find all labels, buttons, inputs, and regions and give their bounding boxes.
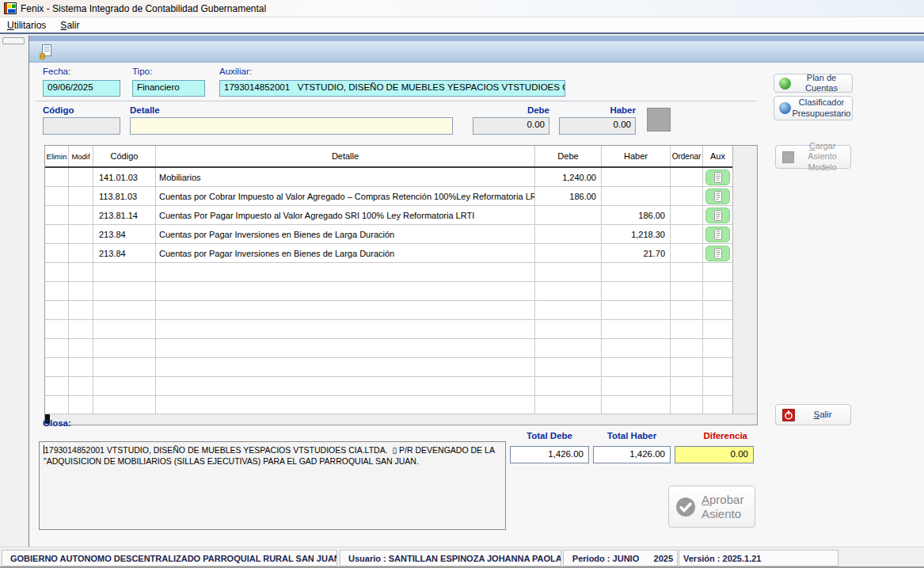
codigo-input[interactable] <box>43 117 120 135</box>
cell-codigo <box>93 301 156 319</box>
glosa-label: Glosa: <box>43 418 71 428</box>
cell-elimin <box>45 225 69 243</box>
aux-button[interactable] <box>705 170 730 185</box>
cell-elimin <box>45 187 69 205</box>
horizontal-scrollbar[interactable] <box>45 414 757 425</box>
empty-row[interactable] <box>45 358 757 377</box>
cell-ordenar <box>671 301 703 319</box>
cell-haber <box>602 339 671 357</box>
vertical-scrollbar[interactable] <box>732 146 757 414</box>
fecha-field[interactable]: 09/06/2025 <box>43 80 120 97</box>
empty-row[interactable] <box>45 301 757 320</box>
cell-elimin <box>45 206 69 224</box>
clasificador-presupuestario-button[interactable]: ClasificadorPresupuestario <box>774 96 853 120</box>
cell-aux <box>703 301 733 319</box>
cell-codigo: 141.01.03 <box>93 168 156 186</box>
panel-handle[interactable] <box>2 37 25 44</box>
aux-button[interactable] <box>705 246 730 261</box>
cell-debe: 186.00 <box>535 187 602 205</box>
glosa-textarea[interactable]: 1793014852001 VTSTUDIO, DISEÑO DE MUEBLE… <box>39 441 506 530</box>
calendar-icon: 31 <box>568 552 568 564</box>
cell-detalle <box>156 377 535 395</box>
cell-modif <box>69 244 93 262</box>
aux-button[interactable] <box>705 208 730 223</box>
aprobar-asiento-button[interactable]: AprobarAsiento <box>668 486 755 528</box>
aux-button[interactable] <box>705 189 730 204</box>
status-usuario: Usuario : SANTILLAN ESPINOZA JOHANNA PAO… <box>340 550 561 566</box>
col-header-haber[interactable]: Haber <box>602 146 671 166</box>
cell-codigo <box>93 358 156 376</box>
col-header-codigo[interactable]: Código <box>93 146 156 166</box>
table-row[interactable]: 213.81.14Cuentas Por Pagar Impuesto al V… <box>45 206 757 225</box>
cell-ordenar <box>671 225 703 243</box>
aux-button[interactable] <box>705 227 730 242</box>
col-header-ordenar[interactable]: Ordenar <box>671 146 703 166</box>
tipo-field[interactable]: Financiero <box>132 80 205 97</box>
cargar-asiento-modelo-button[interactable]: Cargar AsientoModelo <box>775 145 851 169</box>
cell-aux <box>703 320 733 338</box>
table-row[interactable]: 113.81.03Cuentas por Cobrar Impuesto al … <box>45 187 757 206</box>
cell-aux <box>703 282 733 300</box>
haber-input[interactable]: 0.00 <box>559 117 636 135</box>
cell-detalle <box>156 282 535 300</box>
empty-row[interactable] <box>45 320 757 339</box>
cell-debe <box>535 339 602 357</box>
cell-ordenar <box>671 320 703 338</box>
form-toolbar <box>29 41 924 63</box>
cell-detalle: Cuentas Por Pagar Impuesto al Valor Agre… <box>156 206 535 224</box>
col-header-debe[interactable]: Debe <box>535 146 602 166</box>
cell-modif <box>69 263 93 281</box>
cell-haber <box>602 187 671 205</box>
menu-utilitarios[interactable]: Utilitarios <box>0 18 53 32</box>
app-icon <box>4 2 17 15</box>
cell-modif <box>69 320 93 338</box>
cell-aux <box>703 396 733 414</box>
diferencia-label: Diferencia <box>675 431 754 440</box>
debe-input[interactable]: 0.00 <box>473 117 549 135</box>
table-row[interactable]: 213.84Cuentas por Pagar Inversiones en B… <box>45 225 757 244</box>
cell-detalle <box>156 301 535 319</box>
cell-codigo <box>93 396 156 414</box>
salir-button[interactable]: Salir <box>775 404 851 425</box>
new-entry-button[interactable] <box>37 43 55 60</box>
table-row[interactable]: 141.01.03Mobiliarios1,240.00 <box>45 168 757 187</box>
table-row[interactable]: 213.84Cuentas por Pagar Inversiones en B… <box>45 244 757 263</box>
add-line-button[interactable] <box>647 108 671 132</box>
cell-detalle <box>156 320 535 338</box>
cell-haber <box>602 396 671 414</box>
empty-row[interactable] <box>45 263 757 282</box>
empty-row[interactable] <box>45 282 757 301</box>
cell-codigo <box>93 377 156 395</box>
cell-elimin <box>45 358 69 376</box>
auxiliar-field[interactable]: 1793014852001 VTSTUDIO, DISEÑO DE MUEBLE… <box>219 80 565 97</box>
total-haber-label: Total Haber <box>593 431 671 440</box>
cell-codigo <box>93 282 156 300</box>
cell-elimin <box>45 377 69 395</box>
empty-row[interactable] <box>45 339 757 358</box>
cell-haber <box>602 168 671 186</box>
cell-haber <box>602 282 671 300</box>
cell-modif <box>69 168 93 186</box>
cell-debe <box>535 263 602 281</box>
empty-row[interactable] <box>45 377 757 396</box>
detalle-input[interactable] <box>130 117 453 135</box>
green-sphere-icon <box>779 78 791 90</box>
menu-salir[interactable]: Salir <box>53 18 86 32</box>
title-bar: Fenix - Sistema Integrado de Contabilida… <box>0 0 924 17</box>
accounting-entry-form: Fecha: 09/06/2025 Tipo: Financiero Auxil… <box>29 36 924 547</box>
col-header-elimin[interactable]: Elimin <box>45 146 69 166</box>
col-header-aux[interactable]: Aux <box>703 146 733 166</box>
empty-row[interactable] <box>45 396 757 415</box>
cell-aux <box>703 377 733 395</box>
cell-modif <box>69 187 93 205</box>
cell-haber <box>602 358 671 376</box>
plan-de-cuentas-button[interactable]: Plan de Cuentas <box>774 74 853 93</box>
col-header-detalle[interactable]: Detalle <box>156 146 535 166</box>
col-header-modif[interactable]: Modif <box>69 146 93 166</box>
grid-header: Elimin Modif Código Detalle Debe Haber O… <box>45 146 757 168</box>
cell-ordenar <box>671 263 703 281</box>
cell-debe <box>535 282 602 300</box>
cell-modif <box>69 358 93 376</box>
cell-elimin <box>45 396 69 414</box>
cell-elimin <box>45 301 69 319</box>
